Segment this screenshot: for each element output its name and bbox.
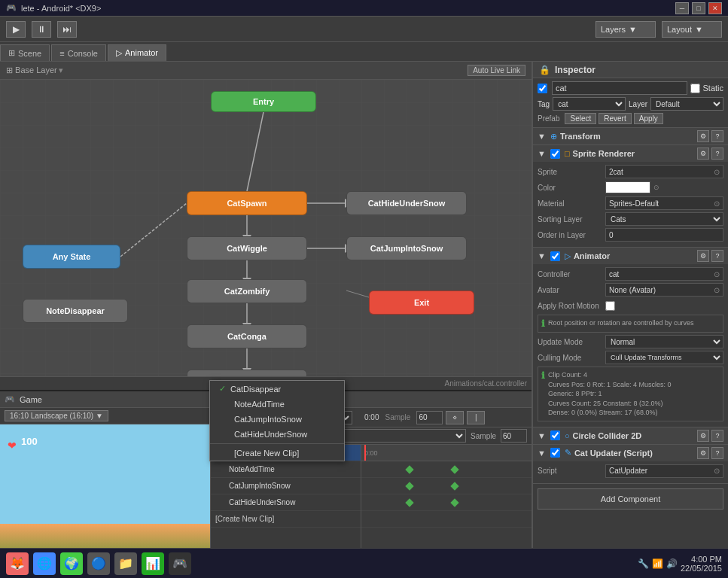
tab-console[interactable]: ≡ Console <box>51 44 106 61</box>
dropdown-item-catchideundersnow[interactable]: CatHideUnderSnow <box>210 427 344 442</box>
tag-select[interactable]: cat <box>553 97 626 111</box>
cat-updater-enabled-checkbox[interactable] <box>550 448 560 458</box>
animator-canvas[interactable]: Entry Any State NoteDisappear CatSpawn C… <box>0 80 532 376</box>
sprite-renderer-help-button[interactable]: ? <box>711 148 723 160</box>
minimize-button[interactable]: ─ <box>675 2 689 14</box>
object-name-input[interactable] <box>552 81 687 95</box>
script-value[interactable]: CatUpdater ⊙ <box>605 464 723 478</box>
keyframe-1[interactable] <box>405 465 413 473</box>
maximize-button[interactable]: □ <box>692 2 705 14</box>
controller-value[interactable]: cat ⊙ <box>605 267 723 281</box>
node-catjumpintosnow[interactable]: CatJumpIntoSnow <box>346 236 467 260</box>
node-catconga[interactable]: CatConga <box>187 324 307 348</box>
keyframe-2[interactable] <box>450 465 458 473</box>
add-component-button[interactable]: Add Component <box>538 488 723 510</box>
script-pick-icon[interactable]: ⊙ <box>714 467 720 475</box>
taskbar-ie-icon[interactable]: 🌐 <box>33 552 56 575</box>
sprite-pick-icon[interactable]: ⊙ <box>714 168 720 176</box>
sprite-value[interactable]: 2cat ⊙ <box>605 165 723 178</box>
node-catzombify[interactable]: CatZombify <box>187 279 307 303</box>
prefab-revert-button[interactable]: Revert <box>599 113 631 124</box>
anim-add-keyframe-button[interactable]: ⋄ <box>446 411 464 424</box>
circle-collider-help-button[interactable]: ? <box>711 430 723 442</box>
taskbar-excel-icon[interactable]: 📊 <box>142 552 164 575</box>
node-catdisappear[interactable]: CatDisappear <box>187 370 307 376</box>
prefab-apply-button[interactable]: Apply <box>634 113 663 124</box>
dropdown-item-create-new-clip[interactable]: [Create New Clip] <box>210 446 344 461</box>
tab-scene[interactable]: ⊞ Scene <box>0 44 50 61</box>
animator-enabled-checkbox[interactable] <box>550 251 560 261</box>
auto-live-button[interactable]: Auto Live Link <box>468 65 525 76</box>
update-mode-select[interactable]: Normal <box>605 335 723 348</box>
timeline-cursor[interactable] <box>364 445 366 461</box>
cat-updater-help-button[interactable]: ? <box>711 447 723 459</box>
transform-settings-button[interactable]: ⚙ <box>697 130 709 142</box>
sprite-renderer-header[interactable]: ▼ □ Sprite Renderer ⚙ ? <box>533 145 728 162</box>
inspector-lock-icon[interactable]: 🔒 <box>539 65 550 75</box>
sorting-layer-select[interactable]: Cats <box>605 212 723 226</box>
node-catspawn[interactable]: CatSpawn <box>187 191 307 215</box>
node-exit[interactable]: Exit <box>369 291 474 315</box>
track-noteaddtime[interactable]: NoteAddTime <box>211 461 361 478</box>
taskbar-chrome-icon[interactable]: 🌍 <box>60 552 83 575</box>
cat-updater-header[interactable]: ▼ ✎ Cat Updater (Script) ⚙ ? <box>533 445 728 461</box>
dropdown-item-catjumpintosnow[interactable]: CatJumpIntoSnow <box>210 412 344 427</box>
cat-updater-settings-button[interactable]: ⚙ <box>697 447 709 459</box>
transform-help-button[interactable]: ? <box>711 130 723 142</box>
static-checkbox[interactable] <box>690 84 700 93</box>
color-value[interactable]: ⊙ <box>605 181 723 193</box>
step-button[interactable]: ⏭ <box>57 21 77 38</box>
breadcrumb-base-layer[interactable]: ⊞ Base Layer <box>6 65 57 75</box>
order-in-layer-value[interactable]: 0 <box>605 228 723 242</box>
color-swatch[interactable] <box>605 181 650 193</box>
keyframe-3[interactable] <box>405 482 413 490</box>
close-button[interactable]: ✕ <box>708 2 722 14</box>
tab-animator[interactable]: ▷ Animator <box>108 44 166 61</box>
avatar-pick-icon[interactable]: ⊙ <box>714 286 720 294</box>
anim-add-event-button[interactable]: | <box>467 411 485 424</box>
avatar-value[interactable]: None (Avatar) ⊙ <box>605 283 723 297</box>
prefab-select-button[interactable]: Select <box>565 113 596 124</box>
clip-sample-input[interactable] <box>501 429 527 443</box>
track-catchideundersnow[interactable]: CatHideUnderSnow <box>211 494 361 511</box>
transform-header[interactable]: ▼ ⊕ Transform ⚙ ? <box>533 128 728 144</box>
taskbar-item4-icon[interactable]: 🔵 <box>87 552 110 575</box>
sprite-renderer-settings-button[interactable]: ⚙ <box>697 148 709 160</box>
play-button[interactable]: ▶ <box>6 21 26 38</box>
circle-collider-header[interactable]: ▼ ○ Circle Collider 2D ⚙ ? <box>533 427 728 444</box>
node-catchideundersnow[interactable]: CatHideUnderSnow <box>346 191 467 215</box>
node-notedisappear[interactable]: NoteDisappear <box>23 299 128 323</box>
track-catjumpintosnow[interactable]: CatJumpIntoSnow <box>211 478 361 494</box>
taskbar-firefox-icon[interactable]: 🦊 <box>6 552 29 575</box>
taskbar-unity-icon[interactable]: 🎮 <box>169 552 191 575</box>
animator-settings-button[interactable]: ⚙ <box>697 250 709 262</box>
material-value[interactable]: Sprites-Default ⊙ <box>605 196 723 210</box>
animator-help-button[interactable]: ? <box>711 250 723 262</box>
keyframe-6[interactable] <box>450 498 458 507</box>
sample-rate-input[interactable] <box>416 411 443 424</box>
dropdown-item-catdisappear[interactable]: ✓ CatDisappear <box>210 381 344 397</box>
layers-dropdown[interactable]: Layers ▼ <box>595 21 656 38</box>
layer-select[interactable]: Default <box>650 97 723 111</box>
node-anystate[interactable]: Any State <box>23 245 120 269</box>
material-pick-icon[interactable]: ⊙ <box>714 199 720 208</box>
pause-button[interactable]: ⏸ <box>32 21 51 38</box>
node-entry[interactable]: Entry <box>211 91 316 112</box>
timeline-track-3 <box>361 494 532 511</box>
culling-mode-select[interactable]: Cull Update Transforms <box>605 351 723 364</box>
circle-collider-settings-button[interactable]: ⚙ <box>697 430 709 442</box>
layout-dropdown[interactable]: Layout ▼ <box>662 21 722 38</box>
resolution-button[interactable]: 16:10 Landscape (16:10) ▼ <box>5 410 108 421</box>
apply-root-motion-checkbox[interactable] <box>605 301 615 311</box>
create-new-clip[interactable]: [Create New Clip] <box>211 511 361 528</box>
keyframe-4[interactable] <box>450 482 458 490</box>
sprite-renderer-enabled-checkbox[interactable] <box>550 149 560 159</box>
keyframe-5[interactable] <box>405 498 413 507</box>
object-enabled-checkbox[interactable] <box>538 84 547 93</box>
taskbar-item5-icon[interactable]: 📁 <box>114 552 137 575</box>
circle-collider-enabled-checkbox[interactable] <box>550 430 560 440</box>
controller-pick-icon[interactable]: ⊙ <box>714 270 720 278</box>
node-catwiggle[interactable]: CatWiggle <box>187 236 307 260</box>
dropdown-item-noteaddtime[interactable]: NoteAddTime <box>210 397 344 412</box>
animator-comp-header[interactable]: ▼ ▷ Animator ⚙ ? <box>533 248 728 264</box>
